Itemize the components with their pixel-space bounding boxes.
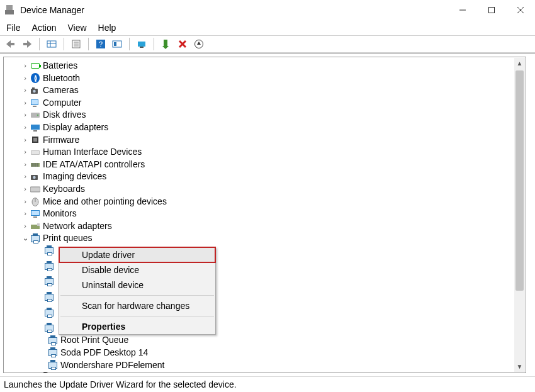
display-adapter-icon <box>30 123 40 133</box>
tree-item-soda-pdf[interactable]: Soda PDF Desktop 14 <box>4 347 526 359</box>
content-frame: ▲ ▼ › Batteries › ≬ Bluetooth › Cameras <box>0 53 535 376</box>
device-tree-pane: ▲ ▼ › Batteries › ≬ Bluetooth › Cameras <box>3 57 526 373</box>
printer-icon <box>44 323 54 333</box>
tree-item-label: Monitors <box>43 208 77 220</box>
enable-device-button[interactable] <box>159 37 173 51</box>
expand-icon[interactable]: › <box>21 196 29 208</box>
tree-item-label: Mice and other pointing devices <box>43 196 167 208</box>
expand-icon[interactable]: › <box>21 171 29 183</box>
svg-text:?: ? <box>99 40 103 48</box>
ctx-item-label: Properties <box>82 322 125 332</box>
tree-item-imaging[interactable]: › Imaging devices <box>4 171 526 183</box>
tree-item-computer[interactable]: › Computer <box>4 97 526 109</box>
properties-button[interactable] <box>69 37 83 51</box>
action-props-button[interactable] <box>110 37 124 51</box>
close-button[interactable] <box>506 0 535 20</box>
window-title: Device Manager <box>20 5 84 15</box>
expand-icon[interactable]: › <box>21 159 29 171</box>
printer-icon <box>48 360 58 370</box>
expand-icon[interactable]: › <box>21 134 29 147</box>
ctx-properties[interactable]: Properties <box>59 319 215 334</box>
tree-item-monitors[interactable]: › Monitors <box>4 208 526 220</box>
maximize-button[interactable] <box>477 0 506 20</box>
tree-item-keyboards[interactable]: › Keyboards <box>4 183 526 196</box>
tree-item-batteries[interactable]: › Batteries <box>4 60 526 72</box>
tree-item-network-adapters[interactable]: › Network adapters <box>4 220 526 233</box>
hid-icon <box>30 147 40 157</box>
svg-marker-26 <box>197 42 201 45</box>
expand-icon[interactable]: › <box>21 97 29 109</box>
tree-item-print-queues[interactable]: ⌄ Print queues <box>4 232 526 245</box>
tree-item-label: Network adapters <box>43 220 112 233</box>
ctx-uninstall-device[interactable]: Uninstall device <box>59 277 215 293</box>
show-hidden-button[interactable] <box>45 37 59 51</box>
expand-icon[interactable]: › <box>21 72 29 85</box>
menu-file[interactable]: File <box>6 23 21 33</box>
menu-action[interactable]: Action <box>32 23 57 33</box>
minimize-button[interactable] <box>448 0 477 20</box>
svg-rect-7 <box>23 43 27 45</box>
expand-icon[interactable]: › <box>21 146 29 159</box>
expand-icon[interactable]: › <box>21 220 29 233</box>
tree-item-cameras[interactable]: › Cameras <box>4 84 526 97</box>
printer-icon <box>48 335 58 345</box>
toolbar: ? <box>0 35 535 53</box>
disk-icon <box>30 110 40 120</box>
tree-item-root-print-queue[interactable]: Root Print Queue <box>4 334 526 347</box>
keyboard-icon <box>30 184 40 194</box>
ctx-divider <box>60 295 214 296</box>
forward-button[interactable] <box>20 37 34 51</box>
tree-item-wondershare-pdf[interactable]: Wondershare PDFelement <box>4 359 526 372</box>
tree-item-label: Display adapters <box>43 121 108 134</box>
ctx-update-driver[interactable]: Update driver <box>59 247 215 262</box>
svg-rect-29 <box>32 87 35 89</box>
expand-icon[interactable]: › <box>21 371 29 373</box>
toolbar-separator <box>88 38 89 50</box>
help-button[interactable]: ? <box>94 37 108 51</box>
svg-rect-48 <box>30 187 40 192</box>
tree-item-ide-ata[interactable]: › IDE ATA/ATAPI controllers <box>4 159 526 171</box>
toolbar-separator <box>154 38 154 50</box>
ctx-item-label: Uninstall device <box>82 280 144 290</box>
tree-item-firmware[interactable]: › Firmware <box>4 134 526 147</box>
ctx-scan-hardware[interactable]: Scan for hardware changes <box>59 298 215 313</box>
firmware-icon <box>30 135 40 145</box>
expand-icon[interactable]: › <box>21 183 29 196</box>
tree-item-label: Computer <box>43 97 81 109</box>
expand-icon[interactable]: › <box>21 84 29 97</box>
svg-rect-5 <box>11 43 14 45</box>
mouse-icon <box>30 196 40 206</box>
svg-rect-38 <box>33 138 37 142</box>
menu-view[interactable]: View <box>67 23 86 33</box>
uninstall-device-button[interactable] <box>176 37 189 51</box>
update-driver-button[interactable] <box>192 37 206 51</box>
back-button[interactable] <box>4 37 18 51</box>
tree-item-hid[interactable]: › Human Interface Devices <box>4 146 526 159</box>
ctx-item-label: Update driver <box>82 250 135 260</box>
expand-icon[interactable]: › <box>21 121 29 134</box>
tree-item-label: Root Print Queue <box>60 334 128 347</box>
svg-rect-36 <box>33 130 37 132</box>
tree-item-disk-drives[interactable]: › Disk drives <box>4 109 526 121</box>
tree-item-label: Human Interface Devices <box>43 146 142 159</box>
expand-icon[interactable]: › <box>21 208 29 220</box>
scan-hardware-button[interactable] <box>135 37 149 51</box>
tree-item-processors[interactable]: › Processors <box>4 371 526 373</box>
tree-item-display-adapters[interactable]: › Display adapters <box>4 121 526 134</box>
svg-point-28 <box>33 90 35 92</box>
collapse-icon[interactable]: ⌄ <box>21 232 29 245</box>
tree-item-bluetooth[interactable]: › ≬ Bluetooth <box>4 72 526 85</box>
ctx-divider <box>60 316 214 316</box>
tree-item-mice[interactable]: › Mice and other pointing devices <box>4 196 526 208</box>
status-bar: Launches the Update Driver Wizard for th… <box>0 376 535 392</box>
expand-icon[interactable]: › <box>21 109 29 121</box>
context-menu: Update driver Disable device Uninstall d… <box>59 247 216 335</box>
printer-icon <box>44 277 54 287</box>
expand-icon[interactable]: › <box>21 60 29 72</box>
tree-item-label: Soda PDF Desktop 14 <box>60 347 148 359</box>
menu-help[interactable]: Help <box>98 23 116 33</box>
ctx-disable-device[interactable]: Disable device <box>59 262 215 277</box>
ctx-item-label: Disable device <box>82 265 139 275</box>
tree-item-label: Cameras <box>43 84 79 97</box>
cpu-icon <box>30 371 40 373</box>
